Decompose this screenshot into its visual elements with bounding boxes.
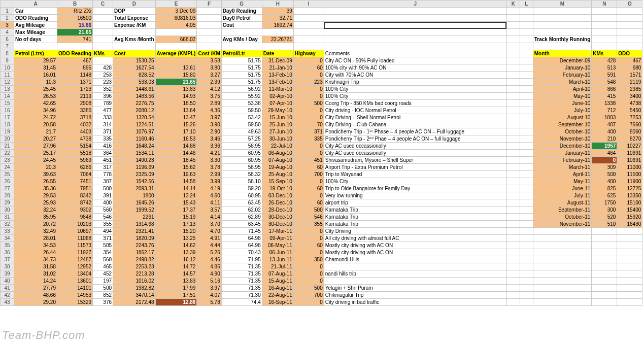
cell[interactable]: City Driving – Club Cabana (324, 121, 506, 128)
cell[interactable]: 520 (592, 214, 617, 221)
cell[interactable]: 25-Aug-10 (262, 171, 293, 178)
cell[interactable]: 32.49 (14, 228, 57, 235)
cell[interactable] (324, 15, 506, 22)
cell[interactable]: 354 (93, 249, 113, 256)
cell[interactable] (617, 228, 642, 235)
cell[interactable]: Expense /KM (113, 22, 156, 29)
cell[interactable]: 0 (293, 72, 324, 79)
cell[interactable]: 1224.51 (113, 121, 156, 128)
cell[interactable]: 11000 (617, 164, 642, 171)
cell[interactable]: 415 (592, 93, 617, 100)
cell[interactable]: 1320.54 (113, 114, 156, 121)
cell[interactable]: 3470.14 (113, 292, 156, 299)
cell[interactable]: 16-Sep-11 (262, 299, 293, 306)
cell[interactable]: 11-Mar-10 (262, 86, 293, 93)
cell[interactable]: Petrol/Ltr (221, 50, 262, 57)
cell[interactable] (520, 242, 533, 249)
cell[interactable]: April-11 (533, 171, 592, 178)
cell[interactable]: Karnataka Trip (324, 207, 506, 214)
cell[interactable]: 2080.12 (113, 107, 156, 114)
cell[interactable]: 3400 (617, 93, 642, 100)
cell[interactable]: July-11 (533, 192, 592, 199)
cell[interactable]: 0 (293, 114, 324, 121)
cell[interactable]: November-11 (533, 221, 592, 228)
cell[interactable]: 3.96 (197, 143, 221, 150)
cell[interactable]: 3.97 (197, 114, 221, 121)
cell[interactable]: 0 (293, 263, 324, 270)
cell[interactable] (592, 36, 617, 43)
cell[interactable] (324, 8, 506, 15)
cell[interactable]: 10227 (617, 143, 642, 150)
cell[interactable]: 4.07 (197, 292, 221, 299)
cell[interactable] (520, 278, 533, 285)
cell[interactable]: Total Expense (113, 15, 156, 22)
cell[interactable]: 477 (93, 107, 113, 114)
cell[interactable]: 71.35 (221, 285, 262, 292)
cell[interactable]: 467 (617, 57, 642, 64)
row-10[interactable]: 10 (1, 64, 14, 72)
cell[interactable]: May-10 (533, 93, 592, 100)
cell[interactable]: 4.36 (197, 107, 221, 114)
cell[interactable] (617, 22, 642, 29)
cell[interactable]: 30-Dec-10 (262, 221, 293, 228)
cell[interactable]: 60 (293, 242, 324, 249)
row-39[interactable]: 39 (1, 270, 14, 278)
cell[interactable] (520, 157, 533, 164)
cell[interactable] (324, 43, 506, 50)
cell[interactable]: 15-Aug-11 (262, 278, 293, 285)
cell[interactable] (197, 29, 221, 36)
cell[interactable] (617, 235, 642, 242)
cell[interactable]: Very low running (324, 192, 506, 199)
cell[interactable]: 16.53 (155, 135, 197, 143)
cell[interactable]: 9848 (57, 214, 93, 221)
cell[interactable]: 100% City (324, 178, 506, 185)
cell[interactable] (617, 36, 642, 43)
cell[interactable] (617, 292, 642, 299)
cell[interactable] (520, 72, 533, 79)
cell[interactable]: 20.3 (14, 164, 57, 171)
cell[interactable]: 2.89 (197, 100, 221, 107)
cell[interactable]: 13.61 (155, 64, 197, 72)
cell[interactable]: 3.70 (197, 221, 221, 228)
cell[interactable] (533, 228, 592, 235)
cell[interactable] (520, 36, 533, 43)
cell[interactable]: Car (14, 8, 57, 15)
cell[interactable]: ODO Reading (14, 15, 57, 22)
row-30[interactable]: 30 (1, 207, 14, 214)
cell[interactable]: 71.35 (221, 270, 262, 278)
cell[interactable] (520, 249, 533, 256)
row-18[interactable]: 18 (1, 121, 14, 128)
cell[interactable]: 14101 (57, 285, 93, 292)
cell[interactable] (506, 235, 520, 242)
cell[interactable]: 1371 (57, 79, 93, 86)
col-I[interactable]: I (293, 1, 324, 8)
row-33[interactable]: 33 (1, 228, 14, 235)
cell[interactable]: 4.46 (197, 256, 221, 263)
cell[interactable]: 500 (293, 207, 324, 214)
cell[interactable]: Highway (293, 50, 324, 57)
row-9[interactable]: 9 (1, 57, 14, 64)
cell[interactable]: September-10 (533, 121, 592, 128)
cell[interactable]: 27.79 (14, 285, 57, 292)
cell[interactable] (592, 299, 617, 306)
cell[interactable]: airport trip (324, 199, 506, 207)
cell[interactable]: 197 (93, 278, 113, 285)
cell[interactable]: 15-Jun-10 (262, 114, 293, 121)
cell[interactable]: 2093.31 (113, 185, 156, 192)
cell[interactable]: 0 (592, 157, 617, 164)
cell[interactable] (533, 299, 592, 306)
cell[interactable]: Airport Trip - Extra Premium Petrol (324, 164, 506, 171)
cell[interactable]: 100% City (324, 86, 506, 93)
cell[interactable] (93, 15, 113, 22)
cell[interactable]: 4.11 (197, 199, 221, 207)
cell[interactable]: 60816.03 (155, 15, 197, 22)
cell[interactable]: 1076.97 (113, 128, 156, 135)
cell[interactable] (533, 278, 592, 285)
cell[interactable]: 13.64 (155, 107, 197, 114)
cell[interactable]: 56.92 (221, 86, 262, 93)
cell[interactable] (520, 235, 533, 242)
row-41[interactable]: 41 (1, 285, 14, 292)
cell[interactable] (293, 8, 324, 15)
cell[interactable]: 59.50 (221, 121, 262, 128)
cell[interactable]: 253 (93, 72, 113, 79)
